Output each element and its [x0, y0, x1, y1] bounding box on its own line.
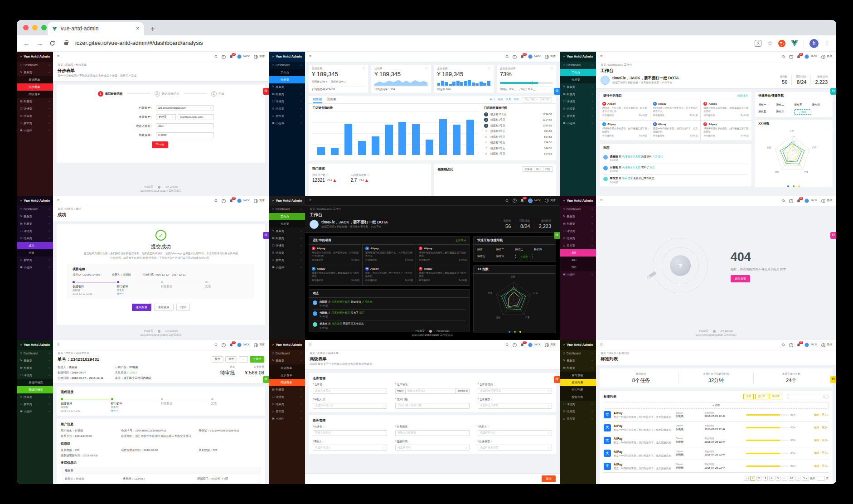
more-link[interactable]: 更多 — [822, 439, 827, 441]
sidebar-item[interactable]: ◎结果页∨ — [269, 401, 305, 408]
rank-row[interactable]: 5桃源村4号店834.56 — [484, 134, 552, 140]
sidebar-item[interactable]: ✎表单页∨ — [560, 357, 596, 364]
form-input[interactable]: 请输入任务名 — [313, 430, 387, 436]
form-input[interactable]: 请选择责任人∨ — [313, 445, 387, 451]
language-label[interactable]: 简体 — [550, 199, 556, 203]
sidebar-item[interactable]: △异常页∨ — [17, 120, 53, 127]
page-button[interactable]: 4 — [769, 476, 774, 481]
quick-op-link[interactable]: 操作一 — [477, 247, 495, 252]
form-input[interactable]: 请输入仓库名 — [313, 388, 387, 394]
sidebar-item[interactable]: ◎结果页∨ — [269, 249, 305, 257]
edit-link[interactable]: 编辑 — [814, 465, 819, 467]
project-card[interactable]: ●Alipay 那时候我只会想自己想要什么，从不想自己拥有什么 科学搬砖组9小时… — [650, 100, 701, 121]
project-card[interactable]: AAlipay 城镇中有那么多的酒馆，她却偏偏走进了我的酒馆 科学搬砖组9小时前 — [416, 265, 470, 286]
sidebar-item[interactable]: ▢详情页∨ — [269, 393, 305, 401]
footer-link[interactable]: Ant Design — [436, 330, 449, 333]
prev-page-button[interactable]: ‹ — [744, 476, 749, 481]
search-icon[interactable] — [505, 55, 509, 58]
range-link[interactable]: 本年 — [514, 98, 519, 102]
language-icon[interactable] — [821, 199, 825, 203]
menu-fold-icon[interactable]: ≡ — [309, 198, 311, 204]
user-avatar[interactable] — [528, 343, 533, 347]
sidebar-item[interactable]: ▤列表页∨ — [560, 91, 596, 98]
all-projects-link[interactable]: 全部项目 — [456, 239, 466, 242]
sidebar-item[interactable]: 工作台 — [560, 69, 596, 76]
back-to-list-button[interactable]: 返回列表 — [132, 304, 151, 310]
app-logo[interactable]: Vue Antd Admin — [560, 340, 596, 350]
footer-link[interactable]: Pro首页 — [416, 330, 425, 333]
sidebar-item[interactable]: 基础详情页 — [17, 379, 53, 386]
question-icon[interactable]: ? — [222, 343, 226, 347]
filter-button[interactable]: 等待中 — [770, 394, 783, 399]
range-link[interactable]: 本周 — [498, 98, 503, 102]
sidebar-item[interactable]: ▢详情页∨ — [17, 105, 53, 112]
sidebar-item[interactable]: 分析页 — [269, 220, 305, 228]
form-input[interactable]: 请输入任务描述 — [395, 430, 470, 436]
sidebar-item[interactable]: ◷Dashboard∧ — [269, 206, 305, 213]
theme-settings-button[interactable]: ⚙ — [263, 376, 269, 383]
add-item-button[interactable]: + 添加 — [604, 402, 829, 409]
form-input[interactable]: 请选择任务类型∨ — [478, 445, 552, 451]
sidebar-item[interactable]: 404 — [560, 249, 596, 257]
sidebar-item[interactable]: 分析页 — [560, 76, 596, 83]
rank-row[interactable]: 2桃源村1号店1134.56 — [484, 117, 552, 123]
sidebar-item[interactable]: 分步表单 — [17, 83, 53, 91]
app-logo[interactable]: Vue Antd Admin — [17, 52, 53, 62]
sidebar-item[interactable]: 分析页 — [269, 76, 305, 83]
sidebar-item[interactable]: ▣小组件∨ — [269, 120, 305, 127]
edit-link[interactable]: 编辑 — [814, 413, 819, 416]
theme-settings-button[interactable]: ⚙ — [830, 88, 836, 95]
sidebar-item[interactable]: 高级表单 — [17, 91, 53, 98]
page-button[interactable]: 2 — [756, 476, 761, 481]
question-icon[interactable]: ? — [222, 199, 226, 203]
sidebar-item[interactable]: ◎结果页∨ — [269, 105, 305, 112]
sidebar-item[interactable]: ▣小组件∨ — [269, 264, 305, 271]
translate-icon[interactable]: 文 — [755, 40, 761, 47]
extension-icon-orange[interactable] — [778, 40, 785, 47]
tab-sales[interactable]: 销售额 — [313, 96, 322, 103]
sidebar-item[interactable]: ▣小组件∨ — [269, 415, 305, 422]
action-button[interactable]: 操作 — [212, 356, 223, 363]
quick-op-link[interactable]: 操作四 — [812, 102, 829, 108]
bell-icon[interactable]: 12 — [229, 199, 233, 203]
project-card[interactable]: ◆Alipay 那是一种内在的东西，他们到达不了，也无法触及的 科学搬砖组9小时… — [650, 121, 701, 141]
github-icon[interactable] — [713, 330, 716, 333]
language-icon[interactable] — [545, 55, 549, 59]
menu-fold-icon[interactable]: ≡ — [57, 342, 59, 348]
close-tab-icon[interactable]: × — [136, 25, 139, 33]
breadcrumb[interactable]: 首页 / 详情页 / 高级详情页 — [58, 352, 264, 355]
list-item[interactable]: 支 AliPay那是一种内在的东西，他们到达不了，也无法触及的 Owner付晓晓… — [604, 460, 829, 473]
sidebar-item[interactable]: △异常页∨ — [560, 415, 596, 422]
app-logo[interactable]: Vue Antd Admin — [269, 196, 305, 206]
list-item[interactable]: 支 AliPay那是一种内在的东西，他们到达不了，也无法触及的 Owner付晓晓… — [604, 409, 829, 422]
sidebar-item[interactable]: ▤列表页∨ — [269, 386, 305, 393]
question-icon[interactable]: ? — [513, 199, 517, 203]
menu-fold-icon[interactable]: ≡ — [600, 342, 602, 348]
footer-link[interactable]: Ant Design — [165, 330, 178, 333]
quick-op-link[interactable]: 操作二 — [496, 247, 514, 252]
quick-op-link[interactable]: 操作四 — [534, 247, 552, 252]
bell-icon[interactable]: 12 — [797, 55, 800, 59]
language-label[interactable]: 简体 — [550, 55, 556, 58]
user-avatar[interactable] — [528, 54, 533, 59]
sidebar-item[interactable]: ✎表单页∨ — [560, 213, 596, 220]
language-icon[interactable] — [254, 55, 258, 59]
app-logo[interactable]: Vue Antd Admin — [17, 196, 53, 206]
form-input[interactable]: 请选择时间⊙ — [395, 445, 470, 451]
edit-link[interactable]: 编辑 — [814, 439, 819, 441]
maximize-window-button[interactable] — [41, 25, 47, 30]
quick-op-link[interactable]: 操作三 — [794, 102, 811, 108]
search-icon[interactable] — [505, 343, 509, 347]
sidebar-item[interactable]: ▤列表页∨ — [17, 220, 53, 228]
project-card[interactable]: AAlipay 城镇中有那么多的酒馆，她却偏偏走进了我的酒馆 科学搬砖组9小时前 — [416, 245, 470, 265]
sidebar-item[interactable]: ◷Dashboard∧ — [560, 62, 596, 69]
bell-icon[interactable]: 12 — [520, 55, 524, 59]
sidebar-item[interactable]: ✎表单页∧ — [17, 69, 53, 76]
sidebar-item[interactable]: ▢详情页∨ — [269, 242, 305, 249]
breadcrumb[interactable]: 首页 / 表单页 / 分步表单 — [58, 63, 264, 67]
sidebar-item[interactable]: ◎结果页∧ — [17, 235, 53, 242]
sidebar-item[interactable]: 分步表单 — [269, 372, 305, 379]
sidebar-item[interactable]: ▤列表页∨ — [17, 364, 53, 372]
form-input[interactable]: 请选择仓库管理员∨ — [478, 388, 552, 394]
sidebar-item[interactable]: 卡片列表 — [560, 386, 596, 393]
